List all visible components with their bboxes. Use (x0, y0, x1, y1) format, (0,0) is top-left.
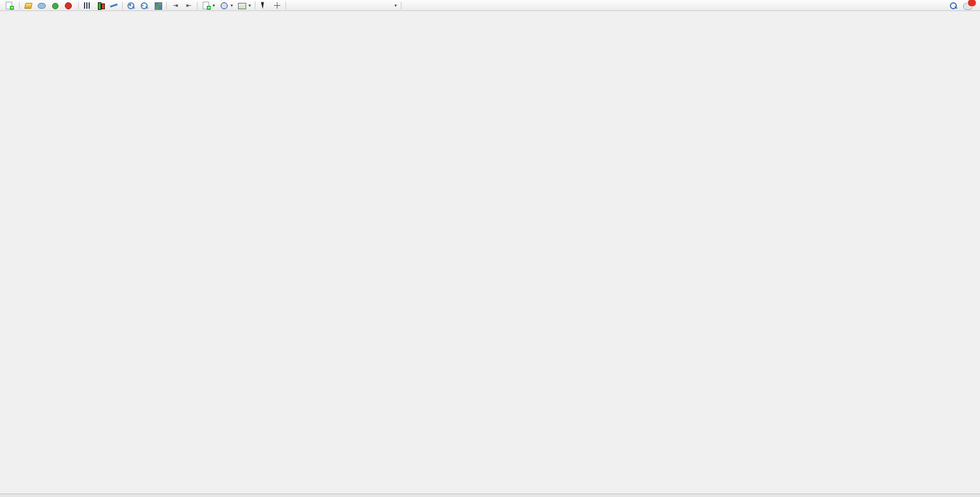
channel-tool-button[interactable] (328, 1, 341, 10)
autotrade-button[interactable] (61, 1, 76, 10)
chevron-down-icon: ▾ (394, 3, 397, 8)
text-tool-button[interactable] (354, 1, 368, 10)
cursor-icon (259, 2, 268, 9)
periods-button[interactable]: ▾ (217, 1, 235, 10)
zoom-in-icon: + (127, 2, 136, 9)
quotes-icon (24, 2, 32, 9)
toolbar-separator (401, 2, 401, 9)
new-chart-button[interactable]: +▾ (199, 1, 217, 10)
bar-chart-button[interactable] (81, 1, 94, 10)
community-icon (37, 2, 46, 9)
chart-canvas[interactable] (0, 0, 980, 497)
chevron-down-icon: ▾ (231, 3, 233, 8)
community-button[interactable] (35, 1, 48, 10)
crosshair-icon (273, 2, 281, 9)
toolbar-right-group (949, 2, 978, 9)
toolbar-separator (122, 2, 123, 9)
signal-button[interactable] (48, 1, 61, 10)
hline-tool-button[interactable] (301, 1, 315, 10)
toolbar-separator (255, 2, 255, 9)
line-chart-button[interactable] (107, 1, 120, 10)
auto-scroll-icon: ⇤ (184, 2, 193, 9)
label-tool-button[interactable] (368, 1, 381, 10)
search-icon[interactable] (949, 2, 959, 9)
quotes-button[interactable] (21, 1, 35, 10)
zoom-in-button[interactable]: + (125, 1, 138, 10)
templates-button[interactable]: ▾ (235, 1, 253, 10)
new-order-icon: + (5, 2, 13, 9)
toolbar-separator (166, 2, 167, 9)
template-icon (237, 2, 246, 9)
autotrade-icon (64, 2, 72, 9)
chevron-down-icon: ▾ (248, 3, 251, 8)
tile-windows-icon (153, 2, 162, 9)
candle-chart-button[interactable] (94, 1, 107, 10)
chart-shift-button[interactable]: ⇥ (169, 1, 182, 10)
arrows-tool-button[interactable]: ▾ (381, 1, 399, 10)
trendline-tool-button[interactable] (315, 1, 328, 10)
candle-chart-icon (96, 2, 105, 9)
chart-shift-icon: ⇥ (171, 2, 180, 9)
zoom-out-button[interactable]: - (138, 1, 151, 10)
window-bottom-strip (0, 494, 980, 497)
signal-icon (50, 2, 59, 9)
main-toolbar: + + - ⇥ ⇤ +▾ ▾ ▾ (0, 0, 980, 11)
application-window: + + - ⇥ ⇤ +▾ ▾ ▾ (0, 0, 980, 497)
notifications-button[interactable] (963, 2, 973, 9)
chevron-down-icon: ▾ (213, 3, 215, 8)
toolbar-separator (78, 2, 79, 9)
bar-chart-icon (83, 2, 92, 9)
vline-tool-button[interactable] (288, 1, 301, 10)
toolbar-separator (286, 2, 286, 9)
clock-icon (220, 2, 228, 9)
new-order-button[interactable]: + (2, 1, 17, 10)
crosshair-tool-button[interactable] (270, 1, 284, 10)
zoom-out-icon: - (140, 2, 149, 9)
toolbar-separator (197, 2, 198, 9)
cursor-tool-button[interactable] (257, 1, 270, 10)
tile-windows-button[interactable] (151, 1, 164, 10)
notification-badge (967, 0, 977, 7)
fibonacci-tool-button[interactable] (341, 1, 354, 10)
auto-scroll-button[interactable]: ⇤ (182, 1, 195, 10)
new-chart-icon: + (202, 2, 210, 9)
line-chart-icon (109, 2, 118, 9)
toolbar-separator (19, 2, 20, 9)
